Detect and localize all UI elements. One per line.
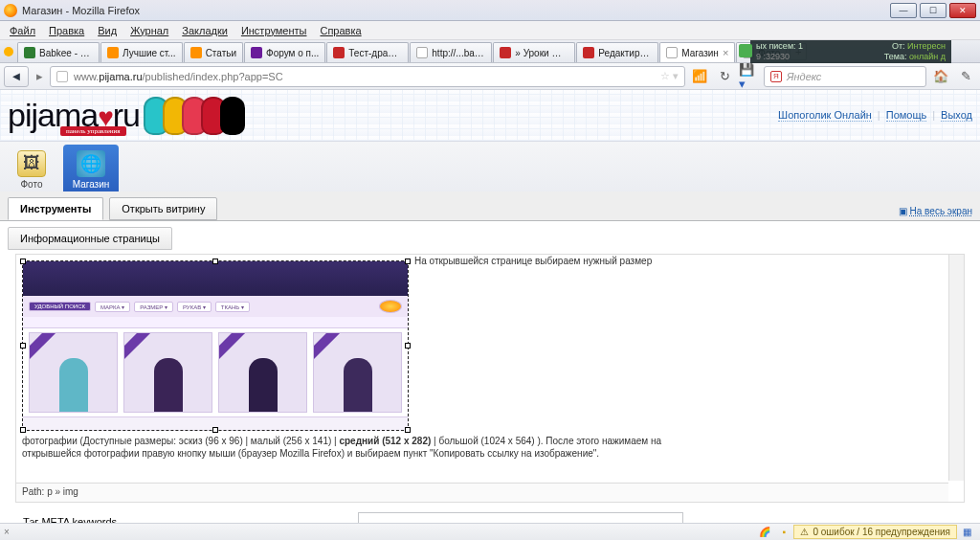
search-placeholder: Яндекс (787, 71, 821, 82)
browser-tab[interactable]: Форум о п... (244, 42, 325, 62)
tab-favicon (666, 47, 678, 58)
grid-icon[interactable]: ▦ (960, 526, 973, 539)
browser-statusbar: × 🌈 ▪ ⚠ 0 ошибок / 16 предупреждения ▦ (0, 523, 980, 540)
save-icon[interactable]: 💾▾ (739, 66, 760, 87)
status-flag-icon[interactable]: ▪ (777, 526, 791, 539)
minimize-button[interactable]: — (890, 3, 917, 18)
header-links: Шопоголик Онлайн| Помощь| Выход (778, 109, 972, 122)
window-titlebar: Магазин - Mozilla Firefox — ☐ ✕ (0, 0, 980, 21)
editor-path-bar[interactable]: Path: p » img (16, 483, 948, 502)
tab-favicon (190, 47, 202, 58)
tab-open-storefront[interactable]: Открыть витрину (109, 197, 217, 220)
reload-button[interactable]: ↻ (714, 66, 735, 87)
back-button[interactable]: ◄ (4, 66, 29, 87)
browser-tab[interactable]: Babkee - си... (17, 42, 100, 62)
browser-tab[interactable]: Редактиров... (576, 42, 658, 62)
rainbow-icon[interactable]: 🌈 (758, 526, 771, 539)
tab-favicon (107, 47, 119, 58)
editor-scrollbar[interactable] (948, 255, 964, 481)
menu-history[interactable]: Журнал (124, 23, 174, 38)
browser-tab[interactable]: » Уроки Wo... (493, 42, 575, 62)
tab-close-icon[interactable]: × (723, 47, 728, 58)
home-button[interactable]: 🏠 (930, 66, 951, 87)
app-header: pijama♥ru панель управления Шопоголик Он… (0, 90, 980, 142)
yandex-icon: Я (770, 71, 782, 82)
logo-subtitle: панель управления (60, 126, 126, 136)
browser-menubar: Файл Правка Вид Журнал Закладки Инструме… (0, 21, 980, 40)
editor-body-text[interactable]: На открывшейся странице выбираем нужный … (22, 435, 945, 460)
module-shop[interactable]: 🌐Магазин (63, 145, 119, 194)
tab-favicon (333, 47, 345, 58)
tab-favicon (416, 47, 428, 58)
rss-icon[interactable]: 📶 (689, 66, 710, 87)
browser-tab[interactable]: Тест-драйв ... (326, 42, 409, 62)
main-tabs-row: Инструменты Открыть витрину ▣ На весь эк… (0, 191, 980, 220)
module-bar: 🖼Фото🌐Магазин (0, 142, 980, 195)
sub-tabs-row: Информационные страницы (0, 220, 980, 250)
link-logout[interactable]: Выход (941, 109, 972, 122)
fullscreen-link[interactable]: ▣ На весь экран (899, 206, 972, 220)
menu-view[interactable]: Вид (92, 23, 122, 38)
browser-toolbar: ◄ ▸ www.pijama.ru/published/index.php?ap… (0, 63, 980, 90)
statusbar-close-icon[interactable]: × (4, 527, 10, 537)
site-logo[interactable]: pijama♥ru панель управления (8, 97, 140, 134)
menu-help[interactable]: Справка (314, 23, 367, 38)
browser-tab[interactable]: Статьи (184, 42, 243, 62)
subtab-info-pages[interactable]: Информационные страницы (8, 227, 172, 250)
browser-tab[interactable]: Магазин× (659, 42, 735, 62)
shop-icon: 🌐 (77, 150, 105, 177)
maximize-button[interactable]: ☐ (920, 3, 947, 18)
module-photo[interactable]: 🖼Фото (4, 145, 59, 194)
tab-favicon (24, 47, 35, 58)
window-title: Магазин - Mozilla Firefox (22, 5, 140, 16)
menu-bookmarks[interactable]: Закладки (176, 23, 234, 38)
content-zone: Инструменты Открыть витрину ▣ На весь эк… (0, 191, 980, 523)
firefox-icon (4, 4, 17, 17)
menu-edit[interactable]: Правка (43, 23, 90, 38)
wysiwyg-editor[interactable]: УДОБНЫЙ ПОИСКМАРКА ▾РАЗМЕР ▾РУКАВ ▾ТКАНЬ… (15, 254, 965, 503)
tab-favicon (251, 47, 262, 58)
tab-instruments[interactable]: Инструменты (8, 197, 103, 220)
close-button[interactable]: ✕ (949, 3, 976, 18)
browser-tab[interactable]: Лучшие ст... (100, 42, 183, 62)
link-help[interactable]: Помощь (886, 109, 927, 122)
site-identity-icon (56, 71, 68, 82)
tab-favicon (583, 47, 594, 58)
pinned-tab-icon[interactable] (4, 47, 13, 56)
browser-tabbar: Babkee - си...Лучшие ст...СтатьиФорум о … (0, 40, 980, 63)
mail-badge-icon (739, 44, 752, 57)
forward-button[interactable]: ▸ (33, 66, 46, 87)
mail-notification-overlay[interactable]: ых писем: 1 От: Интересн 9 :32930 Тема: … (750, 40, 951, 63)
firebug-warnings[interactable]: ⚠ 0 ошибок / 16 предупреждения (793, 525, 957, 539)
evernote-icon[interactable]: ✎ (955, 66, 976, 87)
tab-favicon (500, 47, 511, 58)
url-input[interactable]: www.pijama.ru/published/index.php?app=SC… (50, 66, 685, 87)
menu-file[interactable]: Файл (4, 23, 41, 38)
link-shopogolik[interactable]: Шопоголик Онлайн (778, 109, 872, 122)
browser-tab[interactable]: http://...base/? (410, 42, 492, 62)
search-input[interactable]: Я Яндекс (764, 66, 926, 87)
menu-tools[interactable]: Инструменты (235, 23, 313, 38)
bookmark-star-icon[interactable]: ☆ ▾ (660, 70, 679, 82)
photo-icon: 🖼 (17, 150, 46, 177)
embedded-screenshot-image[interactable]: УДОБНЫЙ ПОИСКМАРКА ▾РАЗМЕР ▾РУКАВ ▾ТКАНЬ… (22, 260, 409, 431)
logo-shoes-graphic (149, 97, 245, 135)
